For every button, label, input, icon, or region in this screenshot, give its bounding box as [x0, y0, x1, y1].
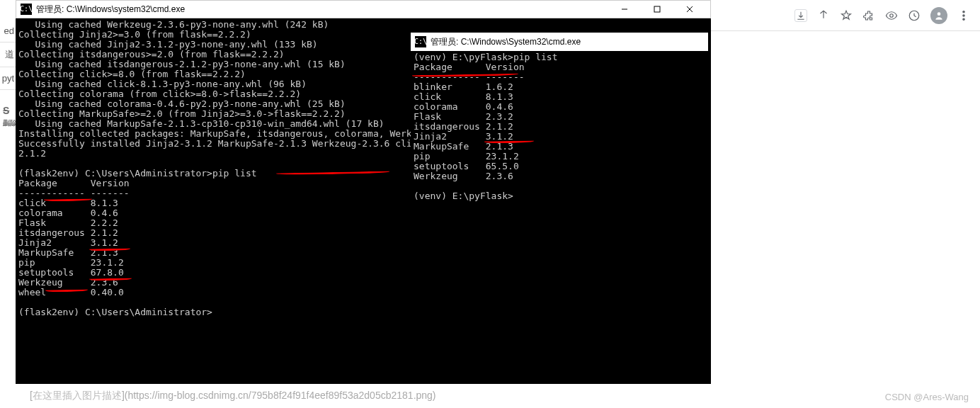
- left-tab-strip: ed 道 pyt: [0, 20, 17, 90]
- caption-url: ](https://img-blog.csdnimg.cn/795b8f24f9…: [122, 390, 436, 401]
- cmd-window-right: C:\ 管理员: C:\Windows\System32\cmd.exe (ve…: [411, 33, 708, 384]
- maximize-button[interactable]: [641, 0, 673, 18]
- watermark: CSDN @Ares-Wang: [885, 392, 969, 402]
- tab-fragment: S删除: [3, 105, 17, 128]
- puzzle-icon[interactable]: [862, 9, 875, 22]
- caption-placeholder: 在这里插入图片描述: [33, 390, 122, 401]
- download-icon[interactable]: [794, 9, 807, 22]
- svg-rect-6: [654, 6, 660, 12]
- terminal-output[interactable]: (venv) E:\pyFlask>pip list Package Versi…: [411, 51, 708, 203]
- close-button[interactable]: [673, 0, 706, 18]
- window-title: 管理员: C:\Windows\system32\cmd.exe: [36, 4, 185, 14]
- tab-fragment[interactable]: ed: [0, 20, 17, 42]
- cmd-icon: C:\: [415, 36, 426, 47]
- image-caption-input[interactable]: [在这里插入图片描述](https://img-blog.csdnimg.cn/…: [30, 390, 436, 402]
- share-icon[interactable]: [817, 9, 830, 22]
- menu-icon[interactable]: [957, 9, 970, 22]
- titlebar[interactable]: C:\ 管理员: C:\Windows\system32\cmd.exe: [16, 0, 711, 18]
- minimize-button[interactable]: [608, 0, 641, 18]
- star-icon[interactable]: [840, 9, 853, 22]
- svg-point-2: [938, 12, 941, 16]
- titlebar[interactable]: C:\ 管理员: C:\Windows\System32\cmd.exe: [411, 33, 708, 51]
- svg-point-0: [890, 13, 894, 17]
- svg-point-5: [963, 18, 964, 20]
- svg-point-4: [963, 14, 964, 16]
- cmd-icon: C:\: [21, 4, 32, 15]
- tab-fragment[interactable]: pyt: [0, 67, 17, 90]
- tab-fragment[interactable]: 道: [0, 42, 17, 67]
- update-icon[interactable]: [908, 9, 921, 22]
- browser-toolbar: [711, 0, 980, 31]
- eye-icon[interactable]: [885, 9, 898, 22]
- svg-point-3: [963, 11, 964, 12]
- avatar[interactable]: [930, 7, 947, 24]
- window-title: 管理员: C:\Windows\System32\cmd.exe: [431, 37, 581, 47]
